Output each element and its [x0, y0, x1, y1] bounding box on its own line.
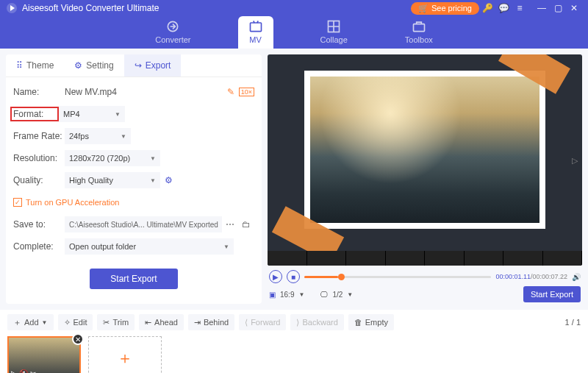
- svg-rect-2: [250, 23, 261, 32]
- subtab-export[interactable]: ↪Export: [124, 54, 182, 77]
- backward-icon: ⟩: [296, 318, 299, 327]
- forward-button: ⟨Forward: [239, 314, 286, 330]
- tab-mv[interactable]: MV: [238, 16, 273, 49]
- framerate-dropdown[interactable]: 24fps▼: [65, 128, 131, 144]
- chevron-down-icon[interactable]: ▼: [298, 291, 304, 298]
- svg-rect-4: [413, 24, 424, 32]
- edit-name-icon[interactable]: ✎: [223, 84, 239, 100]
- play-icon: ▷: [11, 369, 17, 373]
- mute-icon: 🔇: [19, 369, 28, 373]
- cart-icon: 🛒: [418, 4, 429, 13]
- name-value: New MV.mp4: [65, 87, 223, 97]
- edit-button[interactable]: ✧Edit: [58, 314, 93, 330]
- chevron-down-icon: ▼: [223, 244, 229, 250]
- behind-button[interactable]: ⇥Behind: [188, 314, 234, 330]
- start-export-button-small[interactable]: Start Export: [523, 286, 581, 302]
- format-label: Format:: [10, 107, 59, 121]
- wand-icon: ✧: [64, 318, 71, 327]
- gpu-checkbox[interactable]: ✓Turn on GPU Acceleration: [13, 198, 119, 207]
- feedback-icon[interactable]: 💬: [495, 0, 512, 16]
- behind-icon: ⇥: [194, 318, 201, 327]
- key-icon[interactable]: 🔑: [479, 0, 495, 16]
- name-label: Name:: [13, 87, 65, 97]
- play-button[interactable]: ▶: [269, 270, 282, 283]
- filmstrip: [268, 251, 582, 266]
- time-display: 00:00:01.11/00:00:07.22: [495, 273, 567, 280]
- export-panel: ⠿Theme ⚙Setting ↪Export Name: New MV.mp4…: [6, 54, 262, 304]
- next-icon[interactable]: ▷: [572, 156, 578, 166]
- remove-clip-icon[interactable]: ✕: [72, 333, 84, 345]
- chevron-down-icon: ▼: [150, 155, 156, 162]
- forward-icon: ⟨: [245, 318, 248, 327]
- top-tabs: Converter MV Collage Toolbox: [0, 16, 588, 49]
- scissors-icon: ✂: [103, 318, 110, 327]
- open-folder-icon[interactable]: 🗀: [238, 216, 254, 232]
- app-logo-icon: [6, 2, 18, 14]
- ahead-icon: ⇤: [145, 318, 151, 327]
- chevron-down-icon: ▼: [121, 133, 126, 140]
- plus-icon: ＋: [117, 347, 133, 369]
- tab-collage[interactable]: Collage: [310, 16, 358, 49]
- start-export-button[interactable]: Start Export: [90, 269, 178, 289]
- saveto-label: Save to:: [13, 219, 65, 230]
- titlebar: Aiseesoft Video Converter Ultimate 🛒 See…: [0, 0, 588, 16]
- quality-settings-icon[interactable]: ⚙: [160, 172, 176, 188]
- chevron-down-icon: ▼: [150, 177, 156, 184]
- complete-label: Complete:: [13, 241, 65, 252]
- preview-page: 1/2: [332, 291, 343, 299]
- chevron-down-icon: ▼: [42, 319, 48, 326]
- minimize-button[interactable]: —: [534, 0, 550, 16]
- name-hd-icon[interactable]: 10×: [239, 88, 254, 96]
- clip-page-count: 1 / 1: [565, 318, 581, 327]
- saveto-path: C:\Aiseesoft Studio\A... Ultimate\MV Exp…: [65, 216, 222, 232]
- maximize-button[interactable]: ▢: [550, 0, 566, 16]
- gear-icon: ⚙: [74, 60, 82, 71]
- plus-icon: ＋: [13, 317, 21, 328]
- subtab-theme[interactable]: ⠿Theme: [6, 54, 64, 77]
- app-title: Aiseesoft Video Converter Ultimate: [22, 3, 159, 13]
- screen-icon[interactable]: 🖵: [320, 291, 328, 299]
- stop-button[interactable]: ■: [287, 270, 300, 283]
- theme-icon: ⠿: [16, 60, 23, 71]
- tab-toolbox[interactable]: Toolbox: [395, 16, 443, 49]
- tab-converter[interactable]: Converter: [145, 16, 201, 49]
- resolution-dropdown[interactable]: 1280x720 (720p)▼: [65, 150, 160, 166]
- see-pricing-button[interactable]: 🛒 See pricing: [411, 2, 479, 15]
- chevron-down-icon: ▼: [115, 111, 121, 118]
- framerate-label: Frame Rate:: [13, 131, 65, 141]
- quality-dropdown[interactable]: High Quality▼: [65, 172, 160, 188]
- resolution-label: Resolution:: [13, 153, 65, 163]
- path-more-button[interactable]: ⋯: [222, 216, 238, 232]
- trash-icon: 🗑: [354, 318, 362, 327]
- close-button[interactable]: ✕: [566, 0, 582, 16]
- clip-thumbnail[interactable]: ✕ ▷🔇✂: [7, 336, 81, 373]
- aspect-ratio[interactable]: 16:9: [280, 291, 294, 299]
- video-preview: ▷: [268, 54, 582, 266]
- menu-icon[interactable]: ≡: [512, 0, 528, 16]
- quality-label: Quality:: [13, 175, 65, 185]
- trim-button[interactable]: ✂Trim: [97, 314, 135, 330]
- add-clip-button[interactable]: ＋: [88, 336, 162, 373]
- ahead-button[interactable]: ⇤Ahead: [139, 314, 184, 330]
- trim-icon: ✂: [30, 369, 36, 373]
- add-button[interactable]: ＋Add▼: [7, 314, 54, 330]
- subtab-setting[interactable]: ⚙Setting: [64, 54, 123, 77]
- export-icon: ↪: [135, 60, 142, 71]
- crop-icon[interactable]: ▣: [269, 291, 276, 299]
- empty-button[interactable]: 🗑Empty: [348, 314, 394, 330]
- format-dropdown[interactable]: MP4▼: [59, 106, 125, 122]
- check-icon: ✓: [13, 198, 22, 207]
- chevron-down-icon[interactable]: ▼: [347, 291, 353, 298]
- backward-button: ⟩Backward: [290, 314, 343, 330]
- volume-icon[interactable]: 🔊: [572, 273, 581, 281]
- complete-dropdown[interactable]: Open output folder▼: [65, 238, 234, 255]
- seek-slider[interactable]: [304, 276, 491, 278]
